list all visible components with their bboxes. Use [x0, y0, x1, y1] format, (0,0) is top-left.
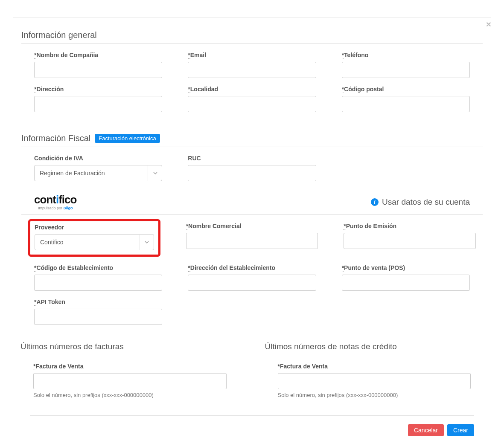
info-icon: i: [371, 198, 379, 206]
help-credit-num: Solo el número, sin prefijos (xxx-xxx-00…: [278, 392, 471, 398]
contifico-logo: contifico Impulsado por Siigo: [34, 194, 76, 210]
field-trade-name: *Nombre Comercial: [186, 223, 318, 257]
select-provider-value: Contifico: [35, 234, 154, 250]
field-invoice-num: *Factura de Venta Solo el número, sin pr…: [33, 363, 227, 398]
field-locality: *Localidad: [188, 86, 316, 112]
input-ruc[interactable]: [188, 165, 316, 181]
label-phone: Teléfono: [344, 52, 368, 58]
modal-footer: Cancelar Crear: [30, 415, 474, 445]
section-fiscal: Información Fiscal Facturación electróni…: [13, 121, 491, 325]
field-iva: Condición de IVA Regimen de Facturación: [34, 155, 162, 181]
input-emission-point[interactable]: [344, 233, 476, 249]
label-iva: Condición de IVA: [34, 155, 162, 162]
last-credit-title: Últimos números de notas de crédito: [265, 333, 484, 355]
field-establishment-code: *Código de Establecimiento: [34, 264, 162, 291]
input-credit-num[interactable]: [278, 373, 471, 389]
select-provider[interactable]: Contifico: [35, 234, 154, 250]
field-establishment-addr: *Dirección del Establecimiento: [188, 264, 316, 291]
input-invoice-num[interactable]: [33, 373, 227, 389]
label-emission-point: Punto de Emisión: [346, 223, 396, 229]
label-locality: Localidad: [190, 86, 218, 93]
provider-highlight: Proveedor Contifico: [28, 219, 160, 257]
input-postal[interactable]: [342, 96, 470, 112]
input-establishment-addr[interactable]: [188, 275, 316, 291]
label-establishment-code: Código de Establecimiento: [36, 264, 113, 271]
logo-text: contifico: [34, 194, 76, 205]
section-last-invoices: Últimos números de facturas *Factura de …: [20, 333, 239, 398]
badge-electronic-invoice[interactable]: Facturación electrónica: [95, 134, 160, 143]
contifico-header: contifico Impulsado por Siigo i Usar dat…: [21, 181, 483, 215]
label-email: Email: [190, 52, 206, 58]
field-address: *Dirección: [34, 86, 162, 112]
label-establishment-addr: Dirección del Establecimiento: [190, 264, 275, 271]
field-emission-point: *Punto de Emisión: [344, 223, 476, 257]
modal-body: × Información general *Nombre de Compañi…: [13, 17, 491, 445]
label-provider: Proveedor: [35, 224, 154, 231]
label-api-token: API Token: [36, 298, 65, 305]
label-pos: Punto de venta (POS): [344, 264, 405, 271]
label-ruc: RUC: [188, 155, 316, 162]
label-address: Dirección: [36, 86, 64, 93]
last-invoices-title: Últimos números de facturas: [20, 333, 239, 355]
select-iva-value: Regimen de Facturación: [34, 165, 162, 181]
section-fiscal-header: Información Fiscal Facturación electróni…: [21, 121, 483, 147]
field-postal: *Código postal: [342, 86, 470, 112]
label-trade-name: Nombre Comercial: [188, 223, 241, 229]
input-pos[interactable]: [342, 275, 470, 291]
label-invoice-num: Factura de Venta: [35, 363, 83, 370]
use-account-link[interactable]: i Usar datos de su cuenta: [371, 197, 470, 207]
input-establishment-code[interactable]: [34, 275, 162, 291]
label-company: Nombre de Compañia: [36, 52, 98, 58]
input-locality[interactable]: [188, 96, 316, 112]
field-phone: *Teléfono: [342, 52, 470, 78]
logo-subtitle: Impulsado por Siigo: [38, 206, 73, 210]
field-credit-num: *Factura de Venta Solo el número, sin pr…: [278, 363, 471, 398]
cancel-button[interactable]: Cancelar: [408, 424, 444, 436]
field-pos: *Punto de venta (POS): [342, 264, 470, 291]
field-api-token: *API Token: [34, 298, 162, 325]
modal-container: × Información general *Nombre de Compañi…: [0, 17, 504, 445]
input-company[interactable]: [34, 62, 162, 78]
input-api-token[interactable]: [34, 309, 162, 325]
use-account-text: Usar datos de su cuenta: [382, 197, 470, 207]
field-ruc: RUC: [188, 155, 316, 181]
select-iva[interactable]: Regimen de Facturación: [34, 165, 162, 181]
label-credit-num: Factura de Venta: [280, 363, 328, 370]
section-fiscal-title: Información Fiscal: [21, 133, 90, 143]
section-last-credit: Últimos números de notas de crédito *Fac…: [265, 333, 484, 398]
close-icon[interactable]: ×: [486, 20, 491, 29]
chevron-down-icon: [148, 165, 162, 181]
label-postal: Código postal: [344, 86, 384, 93]
input-trade-name[interactable]: [186, 233, 318, 249]
input-phone[interactable]: [342, 62, 470, 78]
section-general: Información general *Nombre de Compañia …: [13, 17, 491, 112]
help-invoice-num: Solo el número, sin prefijos (xxx-xxx-00…: [33, 392, 227, 398]
create-button[interactable]: Crear: [447, 424, 474, 436]
input-address[interactable]: [34, 96, 162, 112]
input-email[interactable]: [188, 62, 316, 78]
field-company: *Nombre de Compañia: [34, 52, 162, 78]
section-general-title: Información general: [21, 17, 483, 44]
chevron-down-icon: [140, 234, 154, 250]
field-email: *Email: [188, 52, 316, 78]
